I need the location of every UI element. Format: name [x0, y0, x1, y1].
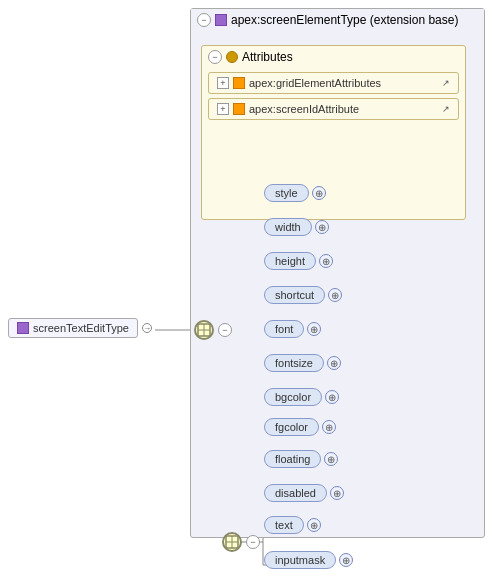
pill-inputmask-plus-icon[interactable]: ⊕: [339, 553, 353, 567]
attr1-expand-button[interactable]: +: [217, 77, 229, 89]
pill-font-plus-icon[interactable]: ⊕: [307, 322, 321, 336]
pill-height-label[interactable]: height: [264, 252, 316, 270]
pill-style: style ⊕: [264, 184, 326, 202]
pill-fgcolor: fgcolor ⊕: [264, 418, 336, 436]
pill-fontsize: fontsize ⊕: [264, 354, 341, 372]
pill-inputmask-label[interactable]: inputmask: [264, 551, 336, 569]
left-node-label: screenTextEditType: [33, 322, 129, 334]
pill-floating-label[interactable]: floating: [264, 450, 321, 468]
pill-fontsize-label[interactable]: fontsize: [264, 354, 324, 372]
pill-width-label[interactable]: width: [264, 218, 312, 236]
attr2-icon: [233, 103, 245, 115]
attr2-expand-button[interactable]: +: [217, 103, 229, 115]
pill-floating-plus-icon[interactable]: ⊕: [324, 452, 338, 466]
pill-floating: floating ⊕: [264, 450, 338, 468]
pill-fontsize-plus-icon[interactable]: ⊕: [327, 356, 341, 370]
bottom-connector-node[interactable]: [222, 532, 242, 552]
left-node-arrow[interactable]: →: [142, 323, 152, 333]
attributes-icon: [226, 51, 238, 63]
attr2-item: + apex:screenIdAttribute ↗: [208, 98, 459, 120]
pill-bgcolor: bgcolor ⊕: [264, 388, 339, 406]
pill-text: text ⊕: [264, 516, 321, 534]
outer-box: − apex:screenElementType (extension base…: [190, 8, 485, 538]
pill-height: height ⊕: [264, 252, 333, 270]
pill-disabled: disabled ⊕: [264, 484, 344, 502]
left-node-label-box: screenTextEditType: [8, 318, 138, 338]
pill-inputmask: inputmask ⊕: [264, 551, 353, 569]
left-node-icon: [17, 322, 29, 334]
pill-style-plus-icon[interactable]: ⊕: [312, 186, 326, 200]
pill-disabled-label[interactable]: disabled: [264, 484, 327, 502]
center-connector-node[interactable]: [194, 320, 214, 340]
pill-shortcut-label[interactable]: shortcut: [264, 286, 325, 304]
pill-shortcut: shortcut ⊕: [264, 286, 342, 304]
pill-fgcolor-label[interactable]: fgcolor: [264, 418, 319, 436]
outer-box-header: − apex:screenElementType (extension base…: [191, 9, 484, 31]
attributes-collapse-button[interactable]: −: [208, 50, 222, 64]
pill-font-label[interactable]: font: [264, 320, 304, 338]
center-collapse-button[interactable]: −: [218, 323, 232, 337]
attr1-label: apex:gridElementAttributes: [249, 77, 381, 89]
outer-box-icon: [215, 14, 227, 26]
outer-box-title: apex:screenElementType (extension base): [231, 13, 458, 27]
pill-width: width ⊕: [264, 218, 329, 236]
attr2-label: apex:screenIdAttribute: [249, 103, 359, 115]
bottom-collapse-button[interactable]: −: [246, 535, 260, 549]
pill-fgcolor-plus-icon[interactable]: ⊕: [322, 420, 336, 434]
attr1-arrow-icon: ↗: [442, 78, 450, 88]
attributes-box: − Attributes + apex:gridElementAttribute…: [201, 45, 466, 220]
pill-font: font ⊕: [264, 320, 321, 338]
pill-bgcolor-label[interactable]: bgcolor: [264, 388, 322, 406]
pill-style-label[interactable]: style: [264, 184, 309, 202]
attr1-icon: [233, 77, 245, 89]
pill-shortcut-plus-icon[interactable]: ⊕: [328, 288, 342, 302]
outer-collapse-button[interactable]: −: [197, 13, 211, 27]
pill-bgcolor-plus-icon[interactable]: ⊕: [325, 390, 339, 404]
attr2-arrow-icon: ↗: [442, 104, 450, 114]
attr1-item: + apex:gridElementAttributes ↗: [208, 72, 459, 94]
left-box: screenTextEditType →: [8, 318, 152, 338]
attributes-header: − Attributes: [202, 46, 465, 68]
attributes-label: Attributes: [242, 50, 293, 64]
diagram: 0 .. ∞ − apex:screenElementType (extensi…: [0, 0, 500, 580]
pill-text-label[interactable]: text: [264, 516, 304, 534]
pill-text-plus-icon[interactable]: ⊕: [307, 518, 321, 532]
pill-width-plus-icon[interactable]: ⊕: [315, 220, 329, 234]
pill-height-plus-icon[interactable]: ⊕: [319, 254, 333, 268]
pill-disabled-plus-icon[interactable]: ⊕: [330, 486, 344, 500]
